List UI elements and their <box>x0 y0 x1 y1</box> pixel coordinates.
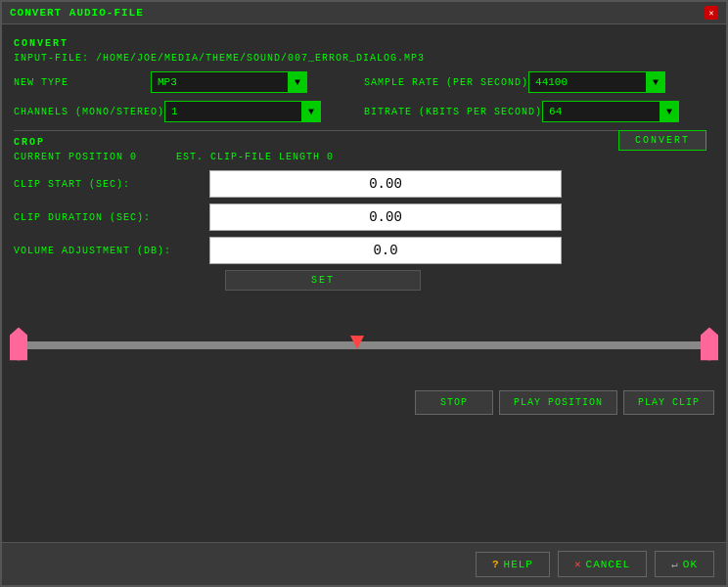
type-samplerate-row: New Type MP3 WAV OGG FLAC ▼ Sample Rate … <box>14 71 714 93</box>
play-clip-button[interactable]: Play Clip <box>623 390 714 415</box>
clip-duration-row: Clip Duration (sec): <box>14 203 714 231</box>
slider-container <box>2 312 726 379</box>
channels-label: Channels (mono/stereo) <box>14 107 164 117</box>
channels-bitrate-row: Channels (mono/stereo) 1 2 ▼ Bitrate (kB… <box>14 101 714 122</box>
bitrate-label: Bitrate (kBits per second) <box>364 107 542 117</box>
sample-rate-pair: Sample Rate (per second) 44100 22050 110… <box>364 71 714 93</box>
volume-adjustment-label: Volume Adjustment (dB): <box>14 246 209 256</box>
new-type-pair: New Type MP3 WAV OGG FLAC ▼ <box>14 71 364 93</box>
input-file-value: /home/joe/media/theme/sound/007_error_di… <box>96 53 425 64</box>
playback-row: Stop Play Position Play Clip <box>2 386 726 419</box>
sample-rate-label: Sample Rate (per second) <box>364 77 528 88</box>
new-type-label: New Type <box>14 77 151 88</box>
title-bar: Convert Audio-File ✕ <box>2 2 726 24</box>
section-divider <box>14 130 618 131</box>
convert-section-label: Convert <box>14 38 714 49</box>
main-content: Convert Input-File: /home/joe/media/them… <box>2 24 726 304</box>
cancel-icon: ✕ <box>574 558 582 570</box>
channels-dropdown-wrapper: 1 2 ▼ <box>164 101 321 122</box>
stop-button[interactable]: Stop <box>415 390 493 415</box>
close-button[interactable]: ✕ <box>705 6 718 20</box>
channels-pair: Channels (mono/stereo) 1 2 ▼ <box>14 101 364 122</box>
est-clip-length-value: 0 <box>327 152 334 162</box>
convert-button[interactable]: Convert <box>618 130 706 151</box>
set-button[interactable]: Set <box>225 270 421 291</box>
volume-adjustment-input[interactable] <box>209 237 562 264</box>
bitrate-select[interactable]: 64 128 192 256 320 <box>542 101 679 122</box>
clip-duration-input[interactable] <box>209 203 562 231</box>
current-position-value: 0 <box>130 152 137 162</box>
clip-start-input[interactable] <box>209 170 562 198</box>
cancel-label: Cancel <box>586 559 631 570</box>
clip-start-label: Clip Start (sec): <box>14 179 209 190</box>
help-icon: ? <box>492 559 500 570</box>
input-file-row: Input-File: /home/joe/media/theme/sound/… <box>14 53 714 64</box>
volume-adjustment-row: Volume Adjustment (dB): <box>14 237 714 264</box>
ok-icon: ↵ <box>671 558 679 570</box>
ok-label: OK <box>683 559 698 570</box>
slider-thumb-right[interactable] <box>701 328 718 364</box>
cancel-button[interactable]: ✕ Cancel <box>558 551 647 577</box>
slider-track[interactable] <box>18 341 710 349</box>
help-label: Help <box>504 559 533 570</box>
bottom-bar: ? Help ✕ Cancel ↵ OK <box>2 542 726 585</box>
current-position-label: Current Position <box>14 152 123 162</box>
svg-marker-2 <box>350 336 364 349</box>
play-position-button[interactable]: Play Position <box>499 390 617 415</box>
new-type-select[interactable]: MP3 WAV OGG FLAC <box>151 71 307 93</box>
slider-position-marker <box>350 336 364 352</box>
input-file-label: Input-File: <box>14 53 89 64</box>
sample-rate-dropdown-wrapper: 44100 22050 11025 8000 ▼ <box>528 71 665 93</box>
svg-rect-4 <box>707 347 711 361</box>
bitrate-dropdown-wrapper: 64 128 192 256 320 ▼ <box>542 101 679 122</box>
est-clip-length-label: Est. Clip-File Length <box>176 152 320 162</box>
window-title: Convert Audio-File <box>10 7 144 19</box>
channels-select[interactable]: 1 2 <box>164 101 321 122</box>
new-type-dropdown-wrapper: MP3 WAV OGG FLAC ▼ <box>151 71 307 93</box>
clip-duration-label: Clip Duration (sec): <box>14 212 209 223</box>
slider-thumb-left[interactable] <box>10 328 27 364</box>
position-length-row: Current Position 0 Est. Clip-File Length… <box>14 152 714 162</box>
current-position-info: Current Position 0 <box>14 152 137 162</box>
crop-section-label: Crop <box>14 137 714 148</box>
set-button-row: Set <box>14 270 714 291</box>
bitrate-pair: Bitrate (kBits per second) 64 128 192 25… <box>364 101 714 122</box>
ok-button[interactable]: ↵ OK <box>655 551 714 577</box>
sample-rate-select[interactable]: 44100 22050 11025 8000 <box>528 71 665 93</box>
help-button[interactable]: ? Help <box>476 552 550 577</box>
clip-start-row: Clip Start (sec): <box>14 170 714 198</box>
est-clip-length-info: Est. Clip-File Length 0 <box>176 152 334 162</box>
main-window: Convert Audio-File ✕ Convert Input-File:… <box>0 0 728 587</box>
svg-rect-1 <box>17 347 21 361</box>
